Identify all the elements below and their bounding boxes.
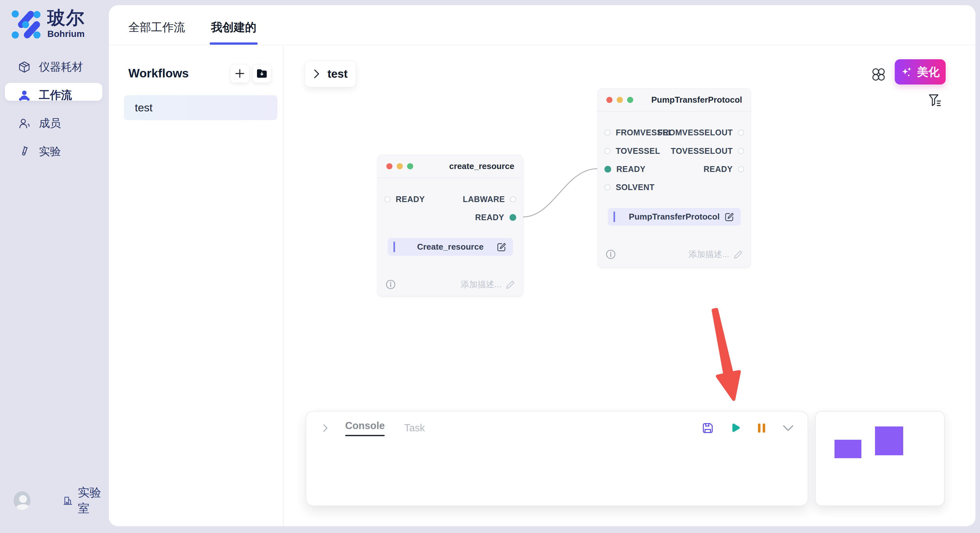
minimap[interactable] [815,411,945,506]
filter-icon [928,93,942,108]
save-icon [702,422,714,434]
beautify-label: 美化 [917,65,940,80]
folder-download-icon [256,69,267,78]
traffic-green-icon [627,97,633,103]
user-avatar[interactable] [14,491,30,510]
port-label: SOLVENT [616,182,655,192]
port-dot-icon[interactable] [605,166,611,173]
port-dot-icon[interactable] [605,184,611,190]
port-label: TOVESSELOUT [671,146,733,156]
port-dot-icon[interactable] [738,166,744,172]
beautify-button[interactable]: 美化 [895,59,946,84]
port-output-ready[interactable]: READY [703,163,744,175]
pause-button[interactable] [756,422,767,434]
description-placeholder: 添加描述... [460,279,501,290]
task-tab-label: Task [404,422,425,434]
workflow-item-label: test [135,102,153,114]
sidebar-item-workflow[interactable]: 工作流 [0,81,109,109]
node-create-resource[interactable]: create_resource READY LABWARE READY Crea… [377,155,523,296]
import-folder-button[interactable] [253,64,271,83]
pill-accent-bar [614,211,615,222]
traffic-red-icon [606,97,612,103]
run-button[interactable] [729,422,741,435]
command-palette-button[interactable] [871,67,886,82]
port-input-solvent[interactable]: SOLVENT [605,181,655,194]
port-label: READY [396,195,425,204]
console-tab[interactable]: Console [345,420,385,436]
port-input-ready[interactable]: READY [605,163,646,175]
port-label: READY [475,213,504,222]
sidebar-item-label: 实验 [39,144,61,159]
traffic-yellow-icon [397,163,403,169]
sidebar-item-label: 成员 [39,116,61,131]
description-placeholder: 添加描述... [688,249,729,260]
filter-button[interactable] [928,93,942,108]
node-header[interactable]: create_resource [378,155,523,178]
tab-all-workflows[interactable]: 全部工作流 [128,10,185,45]
port-dot-icon[interactable] [605,148,611,154]
sidebar-item-experiments[interactable]: 实验 [0,137,109,165]
chevron-right-icon [313,68,320,79]
chevron-down-icon [782,424,795,432]
port-output-labware[interactable]: LABWARE [463,193,516,205]
node-action-pill[interactable]: PumpTransferProtocol [608,208,741,226]
pause-icon [756,422,767,434]
node-pump-transfer-protocol[interactable]: PumpTransferProtocol FROMVESSEL TOVESSEL… [598,89,751,268]
tab-my-created[interactable]: 我创建的 [211,10,256,45]
node-title: create_resource [449,161,514,171]
brand-logo: 玻尔 Bohrium [11,8,85,39]
port-output-ready[interactable]: READY [475,211,516,224]
members-icon [18,117,30,130]
box-icon [18,61,30,73]
console-expand-icon[interactable] [321,423,329,434]
port-label: READY [616,165,646,174]
pencil-icon [506,280,515,289]
pill-label: Create_resource [417,242,484,252]
workflow-list-item-test[interactable]: test [124,95,277,120]
save-button[interactable] [702,422,714,434]
pill-label: PumpTransferProtocol [629,212,719,222]
edit-icon[interactable] [496,242,506,252]
port-dot-icon[interactable] [510,196,516,202]
brand-name-en: Bohrium [47,29,85,39]
collapse-console-button[interactable] [782,424,795,432]
breadcrumb[interactable]: test [305,60,356,87]
workflow-tabbar: 全部工作流 我创建的 [109,5,975,45]
workspace-label: 实验室 [78,485,109,517]
add-description[interactable]: 添加描述... [688,249,743,260]
info-icon[interactable] [606,249,616,259]
pill-accent-bar [393,241,395,252]
main-card: 全部工作流 我创建的 Workflows [109,5,975,526]
info-icon[interactable] [386,279,396,289]
port-dot-icon[interactable] [605,130,611,136]
traffic-yellow-icon [617,97,623,103]
sidebar-item-label: 工作流 [39,88,72,103]
add-workflow-button[interactable] [231,64,249,83]
add-description[interactable]: 添加描述... [460,279,515,290]
edit-icon[interactable] [724,212,734,222]
sidebar-item-label: 仪器耗材 [39,60,83,75]
sidebar-nav: 仪器耗材 工作流 成员 [0,53,109,165]
workflow-icon [18,89,30,102]
console-panel: Console Task [305,411,808,506]
brand-name-zh: 玻尔 [47,8,85,27]
port-output-fromvesselout[interactable]: FROMVESSELOUT [657,126,744,139]
task-tab[interactable]: Task [404,422,425,434]
port-dot-icon[interactable] [384,196,390,202]
node-action-pill[interactable]: Create_resource [388,238,513,256]
workspace-switcher[interactable]: 实验室 [62,485,109,517]
port-dot-icon[interactable] [738,130,744,136]
node-header[interactable]: PumpTransferProtocol [598,89,751,112]
traffic-red-icon [386,163,393,169]
port-dot-icon[interactable] [738,148,744,154]
sidebar-item-members[interactable]: 成员 [0,109,109,137]
port-output-tovesselout[interactable]: TOVESSELOUT [671,145,744,157]
port-input-ready[interactable]: READY [384,193,425,205]
sidebar: 玻尔 Bohrium 仪器耗材 工作流 [0,0,109,533]
port-input-tovessel[interactable]: TOVESSEL [605,145,660,157]
sidebar-item-instruments[interactable]: 仪器耗材 [0,53,109,81]
workflow-canvas[interactable]: test 美化 [284,45,975,526]
port-label: LABWARE [463,195,505,204]
port-dot-icon[interactable] [509,214,516,221]
experiment-icon [18,145,30,158]
